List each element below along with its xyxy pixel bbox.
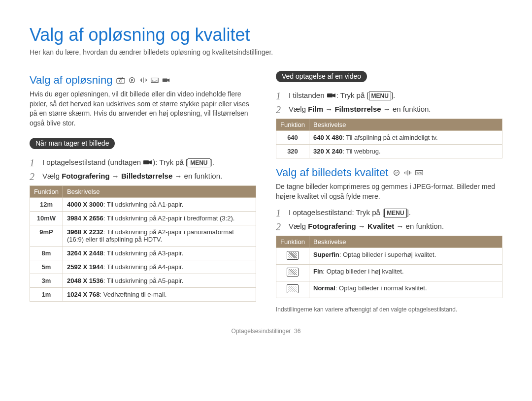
svg-rect-7 [163,78,167,82]
quality-icon [276,248,309,265]
quality-desc: Fin: Optag billeder i høj kvalitet. [309,265,502,281]
dual-is-mode-icon [403,169,412,177]
video-step2: 2 Vælg Film → Filmstørrelse → en funktio… [276,105,502,115]
table-row: Normal: Optag billeder i normal kvalitet… [276,281,502,298]
th-function: Funktion [30,186,63,198]
photo-step2: 2 Vælg Fotografering → Billedstørrelse →… [30,172,256,182]
video-mode-icon [327,92,336,100]
scene-mode-icon: SCN [150,76,159,84]
table-row: 640 640 X 480: Til afspilning på et almi… [276,131,502,145]
quality-paragraph: De tagne billeder komprimeres og gemmes … [276,182,502,201]
program-mode-icon: P [128,76,136,84]
table-row: 1m 1024 X 768: Vedhæftning til e-mail. [30,288,256,302]
svg-point-2 [120,80,122,82]
page-footer: Optagelsesindstillinger 36 [30,328,502,335]
size-desc: 320 X 240: Til webbrug. [309,145,502,158]
size-icon: 9mP [30,225,63,247]
heading-text: Valg af opløsning [30,74,112,87]
quality-icon [276,281,309,298]
svg-text:SCN: SCN [152,79,158,82]
size-icon: 1m [30,288,63,302]
menu-button: MENU [369,92,391,100]
svg-rect-0 [117,78,125,83]
table-row: 8m 3264 X 2448: Til udskrivning på A3-pa… [30,247,256,260]
quality-step2: 2 Vælg Fotografering → Kvalitet → en fun… [276,222,502,232]
svg-rect-8 [143,160,149,164]
size-desc: 3968 X 2232: Til udskrivning på A2-papir… [63,225,256,247]
quality-desc: Normal: Optag billeder i normal kvalitet… [309,281,502,298]
menu-button: MENU [188,158,210,167]
video-size-table: FunktionBeskrivelse 640 640 X 480: Til a… [276,119,502,158]
video-mode-icon [162,76,170,84]
footnote: Indstillingerne kan variere afhængigt af… [276,306,502,313]
size-desc: 3264 X 2448: Til udskrivning på A3-papir… [63,247,256,260]
th-description: Beskrivelse [309,119,502,131]
quality-step1: 1 I optagelsestilstand: Tryk på [MENU]. [276,208,502,218]
svg-text:P: P [396,171,398,175]
photo-step1: 1 I optagelsestilstand (undtagen ): Tryk… [30,158,256,168]
size-icon: 3m [30,274,63,288]
th-function: Funktion [276,236,309,248]
page-title: Valg af opløsning og kvalitet [30,25,502,45]
video-step1: 1 I tilstanden : Tryk på [MENU]. [276,91,502,101]
table-row: 10mW 3984 X 2656: Til udskrivning på A2-… [30,212,256,225]
pill-photo: Når man tager et billede [30,138,115,149]
table-row: Fin: Optag billeder i høj kvalitet. [276,265,502,281]
size-icon: 8m [30,247,63,260]
table-row: 12m 4000 X 3000: Til udskrivning på A1-p… [30,198,256,212]
size-icon: 5m [30,260,63,274]
menu-button: MENU [384,209,406,217]
quality-table: FunktionBeskrivelse Superfin: Optag bill… [276,236,502,298]
size-icon: 320 [276,145,309,158]
table-row: 320 320 X 240: Til webbrug. [276,145,502,158]
photo-size-table: FunktionBeskrivelse 12m 4000 X 3000: Til… [30,185,256,302]
resolution-paragraph: Hvis du øger opløsningen, vil dit billed… [30,90,256,128]
size-icon: 640 [276,131,309,145]
svg-text:SCN: SCN [417,172,422,175]
left-column: Valg af opløsning P SCN Hvis du øger opl… [30,68,256,313]
dual-is-mode-icon [139,76,148,84]
size-desc: 640 X 480: Til afspilning på et almindel… [309,131,502,145]
right-column: Ved optagelse af en video 1 I tilstanden… [276,68,502,313]
table-row: 9mP 3968 X 2232: Til udskrivning på A2-p… [30,225,256,247]
svg-rect-9 [327,93,332,97]
quality-desc: Superfin: Optag billeder i superhøj kval… [309,248,502,265]
table-row: 3m 2048 X 1536: Til udskrivning på A5-pa… [30,274,256,288]
quality-icon [276,265,309,281]
svg-text:P: P [131,79,133,82]
mode-icons: P SCN [392,169,424,177]
th-function: Funktion [276,119,309,131]
video-mode-icon [143,159,153,167]
size-desc: 2048 X 1536: Til udskrivning på A5-papir… [63,274,256,288]
size-desc: 2592 X 1944: Til udskrivning på A4-papir… [63,260,256,274]
section-heading-quality: Valg af billedets kvalitet P SCN [276,166,502,179]
size-desc: 1024 X 768: Vedhæftning til e-mail. [63,288,256,302]
scene-mode-icon: SCN [415,169,424,177]
table-row: Superfin: Optag billeder i superhøj kval… [276,248,502,265]
manual-page: Valg af opløsning og kvalitet Her kan du… [0,0,532,349]
mode-icons: P SCN [116,76,170,84]
heading-text: Valg af billedets kvalitet [276,166,388,179]
size-desc: 3984 X 2656: Til udskrivning på A2-papir… [63,212,256,225]
page-intro: Her kan du lære, hvordan du ændrer bille… [30,48,502,56]
th-description: Beskrivelse [63,186,256,198]
size-icon: 10mW [30,212,63,225]
smart-mode-icon [116,76,125,84]
size-icon: 12m [30,198,63,212]
th-description: Beskrivelse [309,236,502,248]
program-mode-icon: P [392,169,401,177]
pill-video: Ved optagelse af en video [276,71,367,82]
section-heading-resolution: Valg af opløsning P SCN [30,74,256,87]
size-desc: 4000 X 3000: Til udskrivning på A1-papir… [63,198,256,212]
table-row: 5m 2592 X 1944: Til udskrivning på A4-pa… [30,260,256,274]
